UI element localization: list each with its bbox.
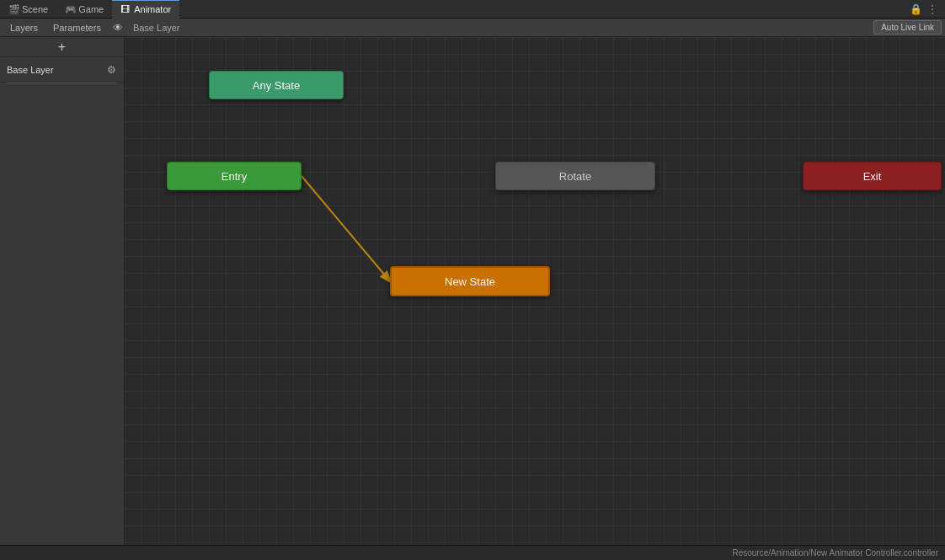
node-any-state[interactable]: Any State [209,71,344,99]
lock-button[interactable]: 🔒 [910,3,921,15]
breadcrumb: Base Layer [133,23,180,33]
sidebar: + Base Layer ⚙ [0,37,125,545]
svg-line-1 [302,176,390,281]
tab-animator[interactable]: 🎞 Animator [112,0,179,19]
node-rotate[interactable]: Rotate [495,162,655,190]
auto-live-link-button[interactable]: Auto Live Link [873,20,942,35]
node-entry[interactable]: Entry [167,162,302,190]
sub-tab-parameters[interactable]: Parameters [46,19,108,36]
game-icon: 🎮 [65,4,75,14]
tab-game[interactable]: 🎮 Game [56,0,112,19]
eye-icon[interactable]: 👁 [111,21,125,35]
sub-toolbar: Layers Parameters 👁 Base Layer Auto Live… [0,19,945,37]
sidebar-item-base-layer[interactable]: Base Layer ⚙ [0,57,124,83]
add-layer-button[interactable]: + [0,37,124,57]
window-controls: 🔒 ⋮ [910,3,945,15]
main-layout: + Base Layer ⚙ Any [0,37,945,545]
scene-icon: 🎬 [8,4,19,14]
animator-canvas[interactable]: Any State Entry Rotate Exit New State [125,37,945,545]
status-path: Resource/Animation/New Animator Controll… [732,548,938,557]
gear-icon[interactable]: ⚙ [105,64,117,76]
tab-scene[interactable]: 🎬 Scene [0,0,56,19]
top-tab-bar: 🎬 Scene 🎮 Game 🎞 Animator 🔒 ⋮ [0,0,945,19]
more-button[interactable]: ⋮ [926,3,938,15]
sidebar-divider [7,83,117,83]
sub-tab-layers[interactable]: Layers [3,19,45,36]
animator-icon: 🎞 [120,4,131,14]
node-exit[interactable]: Exit [803,162,942,190]
status-bar: Resource/Animation/New Animator Controll… [0,545,945,560]
node-new-state[interactable]: New State [390,266,550,296]
